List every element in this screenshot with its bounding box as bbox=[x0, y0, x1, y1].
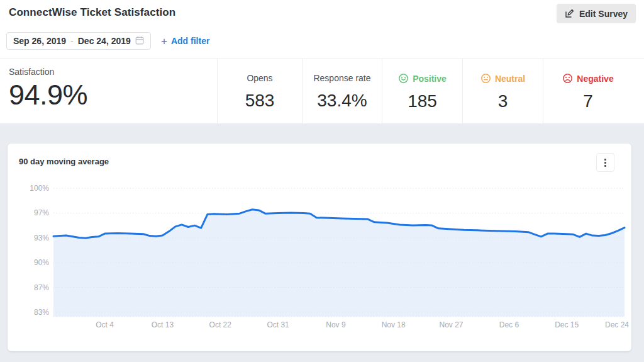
add-filter-button[interactable]: + Add filter bbox=[161, 32, 209, 50]
stat-label: Positive bbox=[413, 74, 447, 84]
date-range-start: Sep 26, 2019 bbox=[13, 36, 66, 46]
y-tick-label: 97% bbox=[34, 208, 49, 217]
satisfaction-label: Satisfaction bbox=[9, 67, 87, 77]
x-tick-label: Dec 15 bbox=[555, 320, 579, 329]
edit-survey-label: Edit Survey bbox=[579, 9, 628, 19]
stat-label: Opens bbox=[247, 73, 272, 83]
edit-pencil-icon bbox=[565, 9, 574, 18]
x-tick-label: Nov 9 bbox=[326, 320, 346, 329]
smile-icon bbox=[398, 73, 409, 84]
stat-label: Negative bbox=[577, 74, 613, 84]
chart-card: 100%97%93%90%87%83%Oct 4Oct 13Oct 22Oct … bbox=[8, 144, 631, 351]
stat-value: 583 bbox=[245, 91, 275, 111]
stat-negative: Negative7 bbox=[543, 59, 644, 124]
calendar-icon bbox=[135, 36, 144, 47]
stat-positive: Positive185 bbox=[382, 59, 462, 124]
plus-icon: + bbox=[161, 36, 167, 47]
page-title: ConnectWise Ticket Satisfaction bbox=[9, 6, 175, 19]
stat-response-rate: Response rate33.4% bbox=[302, 59, 382, 124]
satisfaction-value: 94.9% bbox=[9, 79, 87, 111]
stat-neutral: Neutral3 bbox=[462, 59, 543, 124]
date-range-picker[interactable]: Sep 26, 2019 - Dec 24, 2019 bbox=[6, 32, 151, 50]
y-tick-label: 100% bbox=[30, 184, 49, 193]
stat-opens: Opens583 bbox=[217, 59, 302, 124]
edit-survey-button[interactable]: Edit Survey bbox=[557, 4, 636, 23]
stat-value: 3 bbox=[498, 91, 508, 111]
x-tick-label: Oct 13 bbox=[152, 320, 174, 329]
chart-title: 90 day moving average bbox=[19, 157, 109, 166]
y-tick-label: 87% bbox=[34, 283, 49, 292]
y-tick-label: 90% bbox=[34, 258, 49, 267]
stat-value: 33.4% bbox=[317, 91, 367, 111]
x-tick-label: Oct 31 bbox=[267, 320, 289, 329]
stat-value: 7 bbox=[583, 91, 593, 111]
x-tick-label: Dec 6 bbox=[499, 320, 519, 329]
moving-average-chart: 100%97%93%90%87%83%Oct 4Oct 13Oct 22Oct … bbox=[8, 144, 631, 351]
stat-satisfaction: Satisfaction 94.9% bbox=[9, 67, 87, 111]
x-tick-label: Oct 22 bbox=[209, 320, 232, 329]
date-range-end: Dec 24, 2019 bbox=[78, 36, 131, 46]
stat-value: 185 bbox=[408, 91, 437, 111]
frown-icon bbox=[562, 73, 573, 84]
y-tick-label: 93% bbox=[34, 234, 49, 242]
stats-row: Satisfaction 94.9% Opens583Response rate… bbox=[0, 58, 644, 123]
stat-label: Response rate bbox=[313, 73, 370, 83]
moving-average-area bbox=[53, 210, 625, 317]
x-tick-label: Nov 18 bbox=[382, 320, 406, 329]
x-tick-label: Nov 27 bbox=[439, 320, 463, 329]
x-tick-label: Dec 24 bbox=[605, 320, 629, 329]
add-filter-label: Add filter bbox=[171, 36, 209, 46]
x-tick-label: Oct 4 bbox=[96, 320, 114, 329]
stat-label: Neutral bbox=[495, 74, 525, 84]
neutral-face-icon bbox=[480, 73, 491, 84]
y-tick-label: 83% bbox=[34, 308, 49, 317]
date-range-separator: - bbox=[70, 36, 74, 46]
kebab-menu-button[interactable] bbox=[596, 153, 614, 172]
